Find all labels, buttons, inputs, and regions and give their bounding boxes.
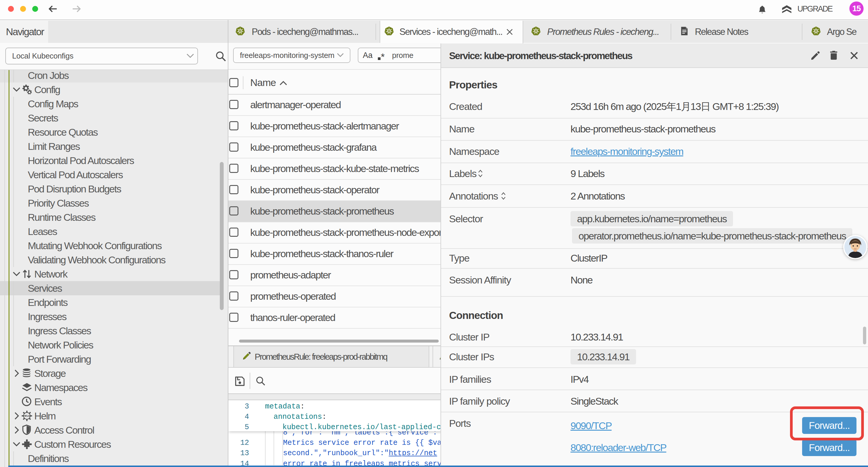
svg-text:HELM: HELM xyxy=(23,414,31,417)
